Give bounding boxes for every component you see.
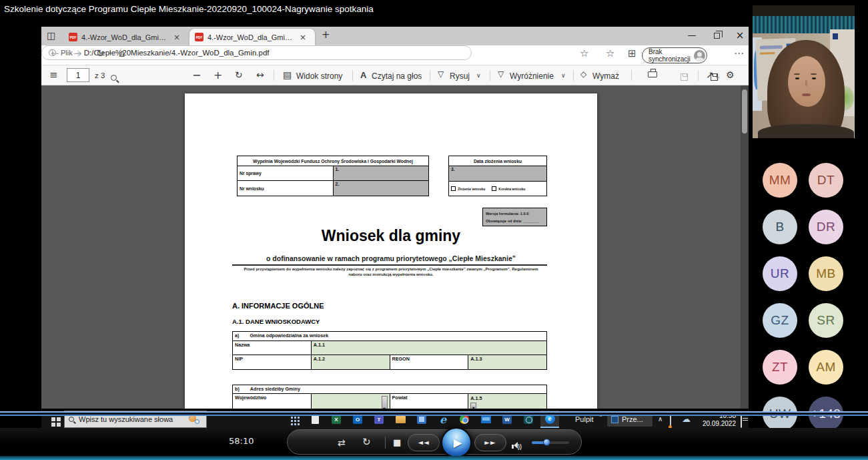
teams-icon: T [374, 415, 384, 424]
field-a12[interactable]: A.1.2 [311, 355, 390, 370]
field-value[interactable]: 3. [449, 166, 547, 182]
participant-avatar[interactable]: ZT [763, 350, 797, 385]
favorites-icon[interactable]: ☆ [606, 49, 614, 59]
restore-button[interactable] [706, 27, 727, 44]
shuffle-icon[interactable]: ⇄ [338, 438, 346, 447]
section-a1-heading: A.1. DANE WNIOSKODAWCY [232, 318, 320, 325]
player-seek-bar[interactable] [0, 411, 868, 416]
field-value[interactable]: 1. [333, 166, 429, 181]
photos-icon [417, 415, 426, 424]
tab-close-icon[interactable]: × [173, 33, 180, 41]
fund-office-table: Wypełnia Wojewódzki Fundusz Ochrony Środ… [237, 156, 429, 196]
recorded-desktop: ◫ PDF 4.-Wzor_WoD_dla_Gmin.pdf × PDF 4.-… [41, 27, 749, 428]
address-bar[interactable]: ⓘ Plik | D:/Ciepłe%20Mieszkanie/4.-Wzor_… [41, 45, 472, 60]
collections-icon[interactable]: ⊞ [628, 49, 636, 59]
field-label: Nr sprawy [238, 166, 334, 181]
repeat-icon[interactable]: ↻ [362, 437, 371, 447]
field-label: Województwo [233, 394, 312, 409]
edge-browser-window: ◫ PDF 4.-Wzor_WoD_dla_Gmin.pdf × PDF 4.-… [41, 27, 749, 409]
field-a15[interactable]: A.1.5 ▼ [468, 394, 547, 409]
forward-icon[interactable]: → [73, 49, 82, 59]
participant-avatar[interactable]: AM [809, 350, 843, 385]
highlight-chevron-icon[interactable]: ∨ [561, 73, 566, 79]
speaker-face [788, 56, 825, 107]
participant-avatar[interactable]: DT [809, 163, 843, 198]
zoom-in-icon[interactable]: + [213, 70, 222, 81]
eraser-icon[interactable]: ◇ [580, 70, 586, 78]
print-icon[interactable] [648, 71, 657, 77]
participant-avatar[interactable]: DR [809, 210, 843, 244]
page-view-label[interactable]: Widok strony [296, 71, 342, 81]
volume-slider[interactable] [532, 441, 569, 444]
read-aloud-icon[interactable]: A [360, 70, 366, 80]
draw-chevron-icon[interactable]: ∨ [476, 73, 481, 79]
browser-tab-active[interactable]: PDF 4.-Wzor_WoD_dla_Gmin.pdf × [189, 29, 315, 45]
page-view-icon[interactable]: ▤ [283, 70, 292, 79]
refresh-icon[interactable]: ↻ [96, 49, 105, 59]
settings-gear-icon[interactable]: ⚙ [726, 70, 735, 79]
volume-knob[interactable] [543, 439, 550, 446]
toolbar-divider [490, 70, 490, 81]
window-app-icon [611, 416, 618, 423]
zoom-out-icon[interactable]: − [192, 70, 201, 81]
participant-avatar[interactable]: UR [763, 256, 797, 291]
erase-label[interactable]: Wymaż [592, 71, 619, 81]
toc-icon[interactable]: ≡ [49, 70, 58, 80]
play-button[interactable]: ▶ [441, 427, 472, 458]
note-line-2: naboru oraz instrukcją wypełnienia wnios… [234, 272, 548, 278]
participant-avatar[interactable]: MB [809, 256, 843, 291]
participant-avatar[interactable]: SR [809, 303, 843, 338]
rewind-button[interactable]: ◄◄ [408, 434, 440, 451]
pdf-scrollbar-thumb[interactable] [742, 89, 747, 134]
tab-layout-icon[interactable]: ◫ [47, 31, 55, 40]
checkbox-zlozenie[interactable] [451, 186, 456, 191]
profile-sync-button[interactable]: Brak synchronizacji [642, 47, 707, 63]
field-a11[interactable]: A.1.1 [311, 341, 546, 355]
search-icon[interactable] [111, 75, 117, 81]
toolbar-divider [430, 70, 430, 81]
field-a13[interactable]: A.1.3 [468, 355, 547, 370]
field-value[interactable]: 2. [333, 181, 429, 196]
rotate-icon[interactable]: ↻ [235, 70, 243, 79]
close-window-button[interactable]: × [729, 27, 751, 44]
pdf-toolbar: ≡ 1 z 3 − + ↻ ↔ ▤ Widok strony A Czytaj … [41, 65, 749, 85]
draw-label[interactable]: Rysuj [450, 71, 470, 81]
fit-width-icon[interactable]: ↔ [256, 70, 264, 79]
page-number-input[interactable]: 1 [67, 68, 89, 82]
home-icon[interactable]: ⌂ [119, 49, 125, 59]
tray-app-icon[interactable] [670, 415, 671, 428]
field-label: Nazwa [233, 341, 312, 355]
expand-icon[interactable]: ↗ [706, 70, 714, 79]
participant-avatar[interactable]: B [763, 210, 797, 244]
pdf-scrollbar[interactable] [741, 85, 749, 409]
more-menu-icon[interactable]: ⋯ [734, 49, 744, 59]
highlight-label[interactable]: Wyróżnienie [510, 71, 554, 81]
browser-tab-inactive[interactable]: PDF 4.-Wzor_WoD_dla_Gmin.pdf × [63, 29, 187, 45]
pdf-file-icon: PDF [69, 33, 77, 41]
profile-avatar-icon [694, 50, 705, 61]
subtable-header: Gmina odpowiedzialna za wniosek [250, 332, 328, 338]
participant-avatar[interactable]: GZ [763, 303, 797, 338]
checkbox-korekta[interactable] [492, 186, 496, 191]
url-text: D:/Ciepłe%20Mieszkanie/4.-Wzor_WoD_dla_G… [84, 49, 270, 57]
add-favorite-icon[interactable]: ☆ [580, 49, 588, 59]
minimize-button[interactable]: — [681, 27, 703, 44]
fast-forward-button[interactable]: ►► [474, 434, 506, 451]
file-explorer-icon [396, 416, 406, 423]
version-line: Wersja formularza: 1.0.0 [486, 210, 546, 218]
speaker-icon[interactable]: )) [512, 439, 522, 451]
back-icon[interactable]: ← [51, 49, 59, 59]
dropdown-button[interactable]: ▼ [470, 403, 476, 409]
participant-avatar[interactable]: MM [763, 163, 797, 198]
action-center-icon[interactable] [741, 415, 742, 428]
draw-pen-icon[interactable]: ▽ [438, 70, 444, 78]
browser-nav-bar: ← → ↻ ⌂ ⓘ Plik | D:/Ciepłe%20Mieszkanie/… [41, 45, 749, 65]
tab-close-icon[interactable]: × [300, 33, 306, 41]
chrome-icon [460, 415, 469, 424]
highlight-icon[interactable]: ▽ [498, 70, 504, 78]
dropdown-button[interactable]: ▼ [382, 396, 388, 409]
read-aloud-label[interactable]: Czytaj na głos [372, 71, 422, 81]
new-tab-icon[interactable]: + [322, 30, 330, 40]
field-a14[interactable]: A.1.4 ▼ [311, 394, 390, 409]
stop-icon[interactable]: ■ [393, 438, 401, 447]
